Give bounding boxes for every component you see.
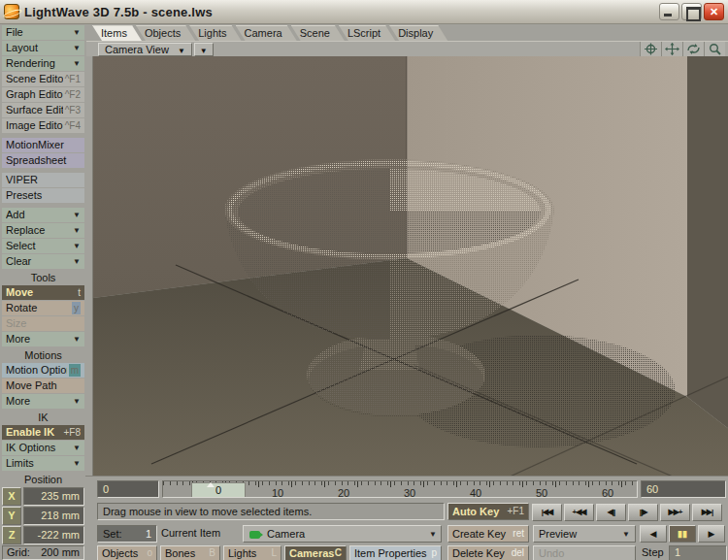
tick-label: 60 (602, 485, 613, 498)
viewport-toolbar: Camera View ▼ ▼ (86, 41, 728, 56)
chevron-down-icon: ▼ (73, 224, 81, 237)
viewport-3d[interactable] (92, 56, 728, 476)
tab-camera[interactable]: Camera (236, 25, 297, 41)
chevron-down-icon: ▼ (73, 57, 81, 70)
prev-keyframe-button[interactable]: +◀◀ (564, 504, 594, 521)
current-item-dropdown[interactable]: Camera ▼ (243, 525, 442, 543)
delete-key-button[interactable]: Delete Key del (447, 545, 529, 560)
sidebar-item-layout[interactable]: Layout▼ (2, 41, 84, 55)
magnifier-icon (708, 43, 722, 55)
center-view-button[interactable] (640, 42, 661, 56)
step-forward-button[interactable]: ||▶ (628, 504, 658, 521)
step-back-button[interactable]: ◀|| (596, 504, 626, 521)
pause-button[interactable]: ▮▮ (669, 525, 696, 543)
selection-count-field: Set: 1 (97, 525, 157, 543)
play-reverse-button[interactable]: ◀ (640, 525, 667, 543)
step-field[interactable]: 1 (669, 545, 727, 560)
next-keyframe-button[interactable]: ▶▶+ (660, 504, 690, 521)
sidebar-item-size: Size (2, 316, 84, 331)
sidebar-item-more-tools[interactable]: More▼ (2, 332, 84, 346)
crosshair-icon (644, 43, 658, 55)
edit-lights-button[interactable]: Lights L (223, 545, 281, 560)
right-edge-wall (687, 56, 728, 429)
status-hint-bar: Drag mouse in view to move selected item… (97, 503, 445, 520)
sidebar-item-surface-editor[interactable]: Surface Editor^F3 (2, 103, 84, 117)
minimize-button[interactable] (659, 3, 679, 20)
sidebar-item-move-path[interactable]: Move Path (2, 379, 84, 393)
close-button[interactable]: ✕ (704, 3, 724, 20)
sidebar-item-limits[interactable]: Limits▼ (2, 456, 84, 471)
go-to-start-button[interactable]: |◀◀ (532, 504, 562, 521)
sidebar-item-motionmixer[interactable]: MotionMixer (2, 138, 84, 152)
selection-count-value: 1 (146, 526, 151, 542)
section-header-position: Position (2, 474, 84, 486)
sidebar-item-enable-ik[interactable]: Enable IK+F8 (2, 425, 84, 440)
sidebar-item-presets[interactable]: Presets (2, 188, 84, 203)
tab-objects[interactable]: Objects (136, 25, 195, 41)
frame-start-field[interactable]: 0 (97, 480, 159, 498)
axis-z-button[interactable]: Z (2, 526, 21, 544)
tab-lights[interactable]: Lights (189, 25, 241, 41)
maximize-button[interactable] (681, 3, 702, 20)
chevron-down-icon: ▼ (429, 527, 437, 543)
rotate-view-button[interactable] (682, 42, 704, 56)
chevron-down-icon: ▼ (73, 240, 81, 252)
tab-lscript[interactable]: LScript (339, 25, 395, 41)
sidebar-item-add[interactable]: Add▼ (2, 208, 84, 222)
viewport-nav-buttons (640, 42, 725, 56)
sidebar-item-spreadsheet[interactable]: Spreadsheet (2, 153, 84, 168)
undo-button[interactable]: Undo (533, 545, 636, 560)
position-y-value[interactable]: 218 mm (23, 507, 84, 525)
axis-x-button[interactable]: X (2, 487, 21, 506)
sidebar-item-select[interactable]: Select▼ (2, 239, 84, 253)
sidebar-item-move[interactable]: Movet (2, 285, 84, 300)
preview-dropdown[interactable]: Preview ▼ (533, 525, 636, 543)
play-forward-button[interactable]: ▶ (698, 525, 725, 543)
grid-size-value: 200 mm (41, 546, 80, 559)
tab-items[interactable]: Items (92, 25, 142, 41)
timeline-slider-handle[interactable]: 0 (191, 482, 246, 498)
tick-label: 10 (272, 485, 283, 498)
render-mode-dropdown[interactable]: ▼ (194, 43, 214, 56)
timeline-ruler[interactable]: 0 10 20 30 40 50 60 0 (162, 480, 638, 498)
main-tab-bar: Items Objects Lights Camera Scene LScrip… (92, 25, 728, 41)
section-header-ik: IK (2, 412, 84, 424)
sidebar-item-clear[interactable]: Clear▼ (2, 254, 84, 269)
app-window: File▼ Layout▼ Rendering▼ Scene Editor^F1… (0, 24, 728, 560)
frame-end-field[interactable]: 60 (641, 480, 726, 498)
position-z-value[interactable]: -222 mm (23, 526, 84, 544)
transport-controls: |◀◀+◀◀◀||||▶▶▶+▶▶| (532, 503, 728, 520)
go-to-end-button[interactable]: ▶▶| (692, 504, 722, 521)
sidebar-item-viper[interactable]: VIPER (2, 173, 84, 187)
edit-objects-button[interactable]: Objects o (97, 545, 157, 560)
position-x-value[interactable]: 235 mm (23, 487, 84, 506)
zoom-view-button[interactable] (704, 42, 725, 56)
section-header-tools: Tools (2, 272, 84, 284)
bottom-panel: 0 0 10 20 30 40 50 60 0 60 Drag mouse in… (85, 476, 728, 560)
camera-item-icon (249, 531, 260, 539)
sidebar-item-image-editor[interactable]: Image Editor^F4 (2, 118, 84, 133)
item-properties-button[interactable]: Item Properties p (349, 545, 442, 560)
tick-label: 40 (470, 485, 481, 498)
sidebar-item-scene-editor[interactable]: Scene Editor^F1 (2, 72, 84, 86)
chevron-down-icon: ▼ (73, 395, 81, 408)
create-key-button[interactable]: Create Key ret (447, 525, 529, 543)
pan-view-button[interactable] (661, 42, 682, 56)
edit-bones-button[interactable]: Bones B (160, 545, 220, 560)
sidebar-item-file[interactable]: File▼ (2, 25, 84, 40)
sidebar-item-motion-options[interactable]: Motion Optionsm (2, 363, 84, 378)
auto-key-button[interactable]: Auto Key +F1 (447, 503, 529, 520)
sidebar-item-graph-editor[interactable]: Graph Editor^F2 (2, 87, 84, 102)
sidebar-item-rendering[interactable]: Rendering▼ (2, 56, 84, 71)
sidebar-item-rotate[interactable]: Rotatey (2, 301, 84, 315)
sidebar-item-more-motions[interactable]: More▼ (2, 394, 84, 409)
tab-scene[interactable]: Scene (291, 25, 345, 41)
tick-label: 20 (338, 485, 349, 498)
view-mode-dropdown[interactable]: Camera View ▼ (98, 43, 192, 56)
sidebar-item-ik-options[interactable]: IK Options▼ (2, 441, 84, 455)
sidebar-item-replace[interactable]: Replace▼ (2, 223, 84, 238)
edit-cameras-button[interactable]: Cameras C (284, 545, 347, 560)
axis-y-button[interactable]: Y (2, 507, 21, 525)
frame-marker-icon (207, 482, 215, 487)
tab-display[interactable]: Display (389, 25, 447, 41)
